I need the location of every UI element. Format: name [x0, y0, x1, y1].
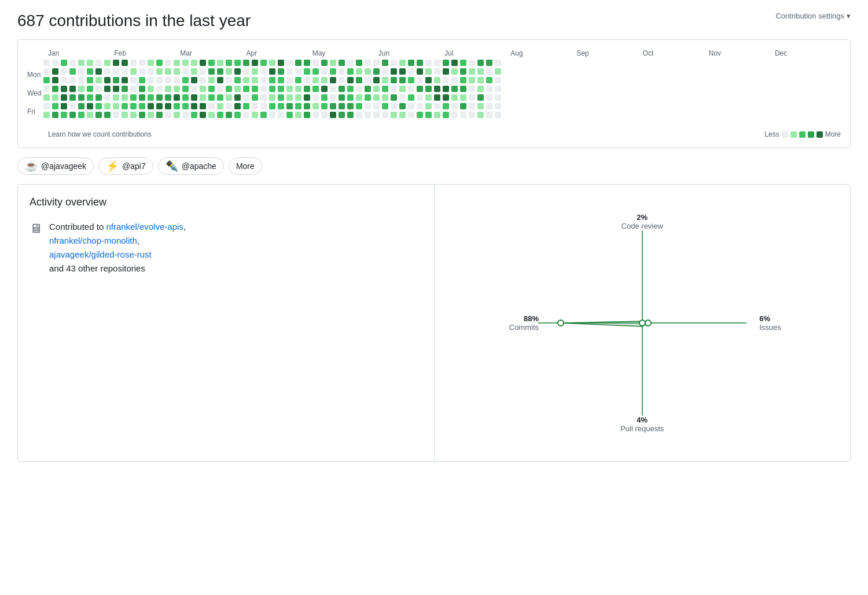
contribution-cell[interactable] — [365, 68, 371, 75]
contribution-cell[interactable] — [69, 94, 76, 101]
contribution-cell[interactable] — [200, 68, 206, 75]
contribution-cell[interactable] — [165, 60, 171, 66]
contribution-cell[interactable] — [165, 112, 171, 118]
contribution-cell[interactable] — [365, 86, 371, 92]
contribution-cell[interactable] — [78, 94, 84, 101]
contribution-cell[interactable] — [52, 68, 58, 75]
contribution-cell[interactable] — [321, 103, 328, 109]
contribution-cell[interactable] — [347, 68, 354, 75]
contribution-cell[interactable] — [122, 60, 128, 66]
contribution-cell[interactable] — [330, 86, 336, 92]
contribution-cell[interactable] — [469, 86, 475, 92]
contribution-cell[interactable] — [321, 86, 328, 92]
contribution-cell[interactable] — [399, 68, 406, 75]
contribution-cell[interactable] — [330, 94, 336, 101]
contribution-cell[interactable] — [95, 112, 102, 118]
contribution-cell[interactable] — [286, 112, 293, 118]
contribution-cell[interactable] — [469, 112, 475, 118]
contribution-cell[interactable] — [347, 86, 354, 92]
contribution-cell[interactable] — [399, 60, 406, 66]
contribution-cell[interactable] — [226, 94, 232, 101]
contribution-cell[interactable] — [469, 94, 475, 101]
contribution-cell[interactable] — [122, 94, 128, 101]
contribution-cell[interactable] — [443, 112, 449, 118]
contribution-cell[interactable] — [477, 86, 484, 92]
contribution-cell[interactable] — [330, 103, 336, 109]
contribution-cell[interactable] — [122, 86, 128, 92]
contribution-cell[interactable] — [382, 94, 388, 101]
contribution-cell[interactable] — [260, 68, 267, 75]
repo-link-gilded-rose-rust[interactable]: ajavageek/gilded-rose-rust — [49, 249, 152, 259]
contribution-cell[interactable] — [451, 68, 458, 75]
contribution-cell[interactable] — [278, 103, 284, 109]
contribution-cell[interactable] — [356, 112, 362, 118]
contribution-cell[interactable] — [278, 86, 284, 92]
contribution-cell[interactable] — [122, 103, 128, 109]
contribution-cell[interactable] — [174, 94, 180, 101]
contribution-cell[interactable] — [200, 86, 206, 92]
contribution-cell[interactable] — [373, 103, 380, 109]
contribution-cell[interactable] — [182, 94, 189, 101]
contribution-cell[interactable] — [95, 103, 102, 109]
contribution-cell[interactable] — [495, 103, 501, 109]
contribution-cell[interactable] — [139, 68, 145, 75]
contribution-cell[interactable] — [408, 60, 414, 66]
contribution-cell[interactable] — [252, 94, 258, 101]
contribution-cell[interactable] — [286, 94, 293, 101]
contribution-cell[interactable] — [234, 77, 241, 83]
contribution-cell[interactable] — [312, 94, 319, 101]
contribution-cell[interactable] — [208, 68, 215, 75]
contribution-cell[interactable] — [52, 94, 58, 101]
contribution-cell[interactable] — [295, 68, 301, 75]
contribution-cell[interactable] — [417, 60, 423, 66]
contribution-cell[interactable] — [87, 112, 93, 118]
contribution-cell[interactable] — [165, 103, 171, 109]
contribution-cell[interactable] — [156, 103, 163, 109]
contribution-cell[interactable] — [451, 112, 458, 118]
contribution-cell[interactable] — [451, 77, 458, 83]
contribution-cell[interactable] — [477, 94, 484, 101]
contribution-cell[interactable] — [252, 60, 258, 66]
contribution-cell[interactable] — [321, 68, 328, 75]
contribution-cell[interactable] — [382, 103, 388, 109]
contribution-cell[interactable] — [87, 94, 93, 101]
contribution-cell[interactable] — [295, 94, 301, 101]
contribution-cell[interactable] — [69, 103, 76, 109]
contribution-cell[interactable] — [477, 103, 484, 109]
org-filter-apache[interactable]: ✒️ @apache — [158, 157, 224, 175]
contribution-cell[interactable] — [347, 60, 354, 66]
contribution-cell[interactable] — [95, 60, 102, 66]
contribution-cell[interactable] — [243, 86, 249, 92]
contribution-cell[interactable] — [269, 103, 275, 109]
contribution-cell[interactable] — [373, 60, 380, 66]
contribution-cell[interactable] — [330, 77, 336, 83]
contribution-cell[interactable] — [95, 77, 102, 83]
org-filter-api7[interactable]: ⚡ @api7 — [98, 157, 153, 175]
contribution-cell[interactable] — [304, 77, 310, 83]
contribution-cell[interactable] — [260, 60, 267, 66]
contribution-cell[interactable] — [87, 86, 93, 92]
contribution-cell[interactable] — [217, 112, 223, 118]
contribution-cell[interactable] — [425, 77, 432, 83]
contribution-cell[interactable] — [243, 103, 249, 109]
contribution-cell[interactable] — [139, 86, 145, 92]
contribution-cell[interactable] — [339, 103, 345, 109]
contribution-cell[interactable] — [191, 86, 197, 92]
contribution-cell[interactable] — [495, 86, 501, 92]
contribution-cell[interactable] — [148, 112, 154, 118]
contribution-cell[interactable] — [373, 94, 380, 101]
contribution-cell[interactable] — [347, 103, 354, 109]
contribution-cell[interactable] — [460, 86, 466, 92]
contribution-cell[interactable] — [486, 94, 492, 101]
contribution-cell[interactable] — [365, 60, 371, 66]
contribution-cell[interactable] — [200, 77, 206, 83]
contribution-cell[interactable] — [87, 103, 93, 109]
contribution-cell[interactable] — [174, 86, 180, 92]
contribution-cell[interactable] — [260, 103, 267, 109]
contribution-cell[interactable] — [200, 94, 206, 101]
contribution-cell[interactable] — [174, 77, 180, 83]
contribution-cell[interactable] — [451, 94, 458, 101]
contribution-cell[interactable] — [156, 77, 163, 83]
contribution-cell[interactable] — [304, 103, 310, 109]
contribution-cell[interactable] — [217, 103, 223, 109]
